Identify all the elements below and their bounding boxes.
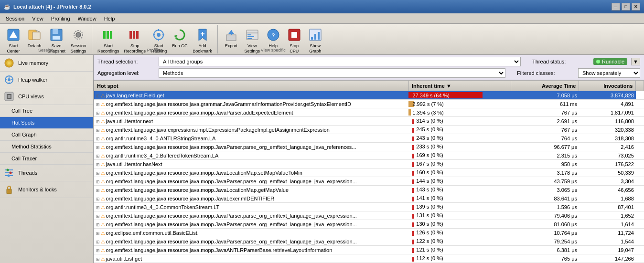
start-recordings-button[interactable]: StartRecordings [95, 26, 122, 55]
col-header-avg-time[interactable]: Average Time [511, 81, 579, 91]
expand-icon[interactable]: ⊞ [96, 257, 100, 262]
table-row[interactable]: ⊞⚠org.emftext.language.java.resource.jav… [94, 108, 644, 117]
table-row[interactable]: ⊞⚠org.emftext.language.java.resource.jav… [94, 246, 644, 254]
show-graph-button[interactable]: ShowGraph [305, 26, 326, 55]
table-row[interactable]: ⊞⚠org.emftext.language.java.resource.jav… [94, 211, 644, 220]
time-value: 27.349 s (64 %) [410, 93, 450, 98]
thread-selection-select[interactable]: All thread groups [159, 57, 521, 66]
aggregation-select[interactable]: Methods [159, 68, 505, 78]
expand-icon[interactable]: ⊞ [96, 214, 100, 219]
expand-icon[interactable]: ⊞ [96, 154, 100, 158]
table-row[interactable]: ⊞⚠org.antlr.runtime3_4_0.BufferedTokenSt… [94, 151, 644, 160]
sidebar-item-method-statistics[interactable]: Method Statistics [0, 141, 93, 153]
sidebar-item-call-tree[interactable]: Call Tree [0, 105, 93, 117]
table-row[interactable]: ⊞⚠org.emftext.language.java.resource.jav… [94, 168, 644, 177]
table-cell-time: 233 s (0 %) [408, 143, 511, 151]
session-settings-button[interactable]: SessionSettings [68, 26, 89, 55]
expand-icon[interactable]: ⊞ [96, 128, 100, 133]
expand-icon[interactable]: ⊞ [96, 248, 100, 253]
expand-icon[interactable]: ⊞ [96, 231, 100, 236]
sidebar-label-threads: Threads [18, 170, 37, 176]
add-bookmark-button[interactable]: AddBookmark [190, 26, 215, 55]
menu-help[interactable]: Help [100, 15, 119, 22]
filtered-classes-select[interactable]: Show separately [578, 68, 640, 78]
sidebar-item-live-memory[interactable]: Live memory [0, 55, 93, 72]
table-cell-avgtime: 764 μs [511, 134, 579, 143]
col-header-inherent-time[interactable]: Inherent time ▼ [408, 81, 511, 91]
expand-icon[interactable]: ⊞ [96, 111, 100, 116]
expand-icon[interactable]: ⊞ [96, 188, 100, 193]
sidebar-item-heap-walker[interactable]: Heap walker [0, 72, 93, 88]
start-center-label: StartCenter [7, 43, 20, 54]
viewspecific-section-label: View specific [261, 48, 286, 53]
menu-view[interactable]: View [28, 15, 47, 22]
table-row[interactable]: ⊞⚠java.util.List.get 112 s (0 %)765 μs14… [94, 254, 644, 263]
table-cell-time: 245 s (0 %) [408, 126, 511, 134]
sidebar-item-cpu-views[interactable]: CPU views [0, 88, 93, 105]
warning-icon: ⚠ [101, 188, 105, 193]
table-row[interactable]: ⊞⚠org.antlr.runtime3_4_0.ANTLRStringStre… [94, 134, 644, 143]
table-row[interactable]: ⊞⚠org.emftext.language.java.resource.jav… [94, 220, 644, 229]
warning-icon: ⚠ [101, 222, 105, 227]
table-row[interactable]: ⊞⚠org.emftext.language.java.expressions.… [94, 126, 644, 134]
svg-text:?: ? [271, 32, 275, 38]
run-gc-button[interactable]: Run GC [169, 26, 190, 50]
restore-button[interactable]: □ [622, 3, 630, 11]
view-settings-button[interactable]: ViewSettings [242, 26, 263, 55]
table-row[interactable]: ⊞⚠org.emftext.language.java.resource.jav… [94, 100, 644, 108]
time-value: 1.394 s (3 %) [410, 110, 443, 116]
menu-window[interactable]: Window [74, 15, 100, 22]
sidebar-item-call-graph[interactable]: Call Graph [0, 129, 93, 141]
expand-icon[interactable]: ⊞ [96, 171, 100, 176]
stop-cpu-button[interactable]: StopCPU [284, 26, 305, 55]
content-area: Thread selection: All thread groups Thre… [94, 55, 644, 263]
table-row[interactable]: ⊞⚠java.util.Iterator.hasNext 167 s (0 %)… [94, 160, 644, 168]
expand-icon[interactable]: ⊞ [96, 137, 100, 141]
table-cell-method: ⊞⚠org.emftext.language.java.resource.jav… [94, 237, 409, 246]
minimize-button[interactable]: ─ [612, 3, 620, 11]
expand-icon[interactable]: ⊞ [96, 162, 100, 167]
expand-icon[interactable]: ⊞ [96, 145, 100, 150]
sidebar-label-call-tracer: Call Tracer [11, 156, 37, 161]
expand-icon[interactable]: ⊞ [96, 205, 100, 210]
col-header-invocations[interactable]: Invocations [579, 81, 636, 91]
sidebar-item-hot-spots[interactable]: Hot Spots [0, 117, 93, 129]
table-row[interactable]: ⊞⚠org.emftext.language.java.resource.jav… [94, 194, 644, 203]
stop-recordings-button[interactable]: StopRecordings [122, 26, 149, 55]
table-row[interactable]: ⊞⚠org.eclipse.emf.common.util.BasicEList… [94, 229, 644, 237]
sidebar-item-threads[interactable]: Threads [0, 165, 93, 181]
expand-icon[interactable]: ⊞ [96, 102, 100, 107]
table-row[interactable]: ⊞⚠java.lang.reflect.Field.get27.349 s (6… [94, 91, 644, 100]
menu-profiling[interactable]: Profiling [47, 15, 74, 22]
col-header-hotspot[interactable]: Hot spot [94, 81, 409, 91]
table-row[interactable]: ⊞⚠org.antlr.runtime3_4_0.CommonTokenStre… [94, 203, 644, 211]
menu-session[interactable]: Session [2, 15, 28, 22]
start-center-button[interactable]: StartCenter [3, 26, 24, 55]
aggregation-label: Aggregation level: [97, 70, 155, 76]
help-button[interactable]: ? Help [263, 26, 284, 50]
expand-icon[interactable]: ⊞ [96, 119, 100, 124]
col-header-scroll-spacer [636, 81, 644, 91]
table-row[interactable]: ⊞⚠org.emftext.language.java.resource.jav… [94, 186, 644, 194]
table-row[interactable]: ⊞⚠org.emftext.language.java.resource.jav… [94, 143, 644, 151]
time-value: 122 s (0 %) [410, 238, 443, 244]
warning-icon: ⚠ [101, 102, 105, 107]
table-row[interactable]: ⊞⚠java.util.Iterator.next 314 s (0 %)2.6… [94, 117, 644, 126]
expand-icon[interactable]: ⊞ [96, 240, 100, 244]
warning-icon: ⚠ [101, 162, 105, 167]
sidebar-item-call-tracer[interactable]: Call Tracer [0, 153, 93, 165]
thread-status-dropdown-icon[interactable]: ▼ [631, 58, 640, 65]
detach-button[interactable]: Detach [24, 26, 45, 50]
table-cell-method: ⊞⚠java.util.Iterator.next [94, 117, 409, 126]
expand-icon[interactable]: ⊞ [96, 222, 100, 227]
expand-icon[interactable]: ⊞ [96, 179, 100, 184]
expand-icon[interactable]: ⊞ [96, 197, 100, 201]
table-cell-time: 144 s (0 %) [408, 177, 511, 186]
sidebar: Live memory Heap walker [0, 55, 94, 263]
expand-icon[interactable]: ⊞ [96, 94, 100, 98]
sidebar-item-monitors-locks[interactable]: Monitors & locks [0, 181, 93, 198]
table-row[interactable]: ⊞⚠org.emftext.language.java.resource.jav… [94, 237, 644, 246]
export-button[interactable]: Export [221, 26, 242, 50]
close-button[interactable]: ✕ [632, 3, 640, 11]
table-row[interactable]: ⊞⚠org.emftext.language.java.resource.jav… [94, 177, 644, 186]
